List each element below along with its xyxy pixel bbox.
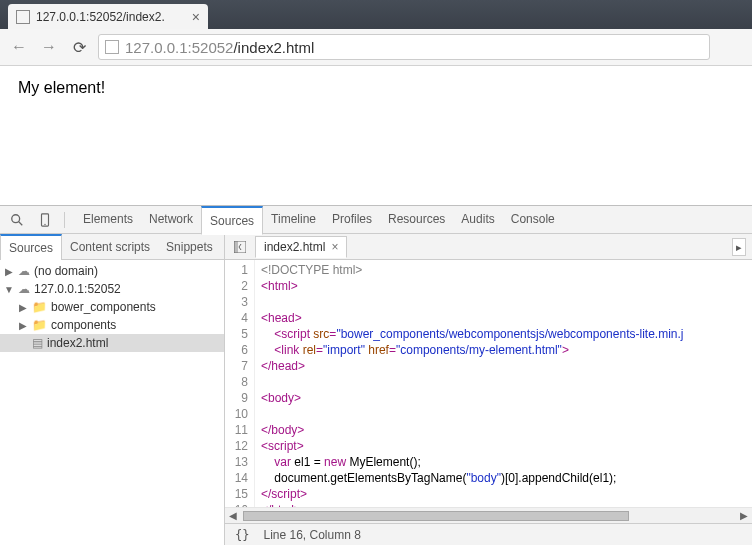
- cloud-icon: ☁: [18, 282, 30, 296]
- svg-point-3: [44, 223, 45, 224]
- sources-body: ▶☁(no domain)▼☁127.0.0.1:52052▶📁bower_co…: [0, 260, 752, 523]
- svg-point-0: [12, 214, 20, 222]
- page-content-text: My element!: [18, 79, 105, 96]
- devtools-tab-elements[interactable]: Elements: [75, 206, 141, 234]
- chevron-right-icon[interactable]: ▶: [18, 302, 28, 313]
- page-viewport: My element!: [0, 66, 752, 206]
- tree-node-label: 127.0.0.1:52052: [34, 282, 121, 296]
- tree-node-index2-html[interactable]: ▤index2.html: [0, 334, 224, 352]
- file-icon: ▤: [32, 336, 43, 350]
- tree-node-127-0-0-1-52052[interactable]: ▼☁127.0.0.1:52052: [0, 280, 224, 298]
- address-bar[interactable]: 127.0.0.1:52052/index2.html: [98, 34, 710, 60]
- cursor-position: Line 16, Column 8: [263, 528, 360, 542]
- search-icon[interactable]: [8, 211, 26, 229]
- toggle-navigator-icon[interactable]: [231, 238, 249, 256]
- device-mode-icon[interactable]: [36, 211, 54, 229]
- code-area[interactable]: 12345678910111213141516 <!DOCTYPE html><…: [225, 260, 752, 507]
- devtools-tab-profiles[interactable]: Profiles: [324, 206, 380, 234]
- editor-file-label: index2.html: [264, 240, 325, 254]
- line-gutter: 12345678910111213141516: [225, 260, 255, 507]
- tree-node-bower-components[interactable]: ▶📁bower_components: [0, 298, 224, 316]
- chevron-right-icon[interactable]: ▶: [18, 320, 28, 331]
- scroll-track[interactable]: [241, 509, 736, 523]
- browser-toolbar: ← → ⟳ 127.0.0.1:52052/index2.html: [0, 29, 752, 66]
- svg-rect-5: [234, 241, 238, 253]
- cloud-icon: ☁: [18, 264, 30, 278]
- browser-tabstrip: 127.0.0.1:52052/index2. ×: [0, 0, 752, 29]
- close-tab-icon[interactable]: ×: [192, 10, 200, 24]
- back-button[interactable]: ←: [8, 36, 30, 58]
- sources-subtab-sources[interactable]: Sources: [0, 234, 62, 261]
- url-path: /index2.html: [233, 39, 314, 56]
- editor-tabbar: index2.html × ▸: [225, 234, 752, 259]
- url-host: 127.0.0.1: [125, 39, 188, 56]
- url-text: 127.0.0.1:52052/index2.html: [125, 39, 314, 56]
- site-info-icon[interactable]: [105, 40, 119, 54]
- pretty-print-icon[interactable]: {}: [235, 528, 249, 542]
- sources-subtab-content-scripts[interactable]: Content scripts: [62, 235, 158, 259]
- editor-statusbar: {} Line 16, Column 8: [225, 523, 752, 545]
- devtools-tab-audits[interactable]: Audits: [453, 206, 502, 234]
- tree-node--no-domain-[interactable]: ▶☁(no domain): [0, 262, 224, 280]
- devtools-tab-resources[interactable]: Resources: [380, 206, 453, 234]
- close-file-icon[interactable]: ×: [331, 240, 338, 254]
- scroll-right-icon[interactable]: ▶: [736, 510, 752, 521]
- devtools-tab-network[interactable]: Network: [141, 206, 201, 234]
- devtools-tab-sources[interactable]: Sources: [201, 206, 263, 235]
- tree-node-label: components: [51, 318, 116, 332]
- navigator-tree[interactable]: ▶☁(no domain)▼☁127.0.0.1:52052▶📁bower_co…: [0, 260, 225, 523]
- browser-tab[interactable]: 127.0.0.1:52052/index2. ×: [8, 4, 208, 29]
- horizontal-scrollbar[interactable]: ◀ ▶: [225, 507, 752, 523]
- tree-node-label: (no domain): [34, 264, 98, 278]
- more-tabs-icon[interactable]: ▸: [732, 238, 746, 256]
- reload-button[interactable]: ⟳: [68, 36, 90, 58]
- sources-subtabs: SourcesContent scriptsSnippets: [0, 234, 225, 259]
- folder-icon: 📁: [32, 318, 47, 332]
- sources-subheader: SourcesContent scriptsSnippets index2.ht…: [0, 234, 752, 260]
- devtools-header: ElementsNetworkSourcesTimelineProfilesRe…: [0, 206, 752, 234]
- tab-title: 127.0.0.1:52052/index2.: [36, 10, 192, 24]
- editor-file-tab[interactable]: index2.html ×: [255, 236, 347, 258]
- tree-node-components[interactable]: ▶📁components: [0, 316, 224, 334]
- scroll-left-icon[interactable]: ◀: [225, 510, 241, 521]
- folder-icon: 📁: [32, 300, 47, 314]
- code-content[interactable]: <!DOCTYPE html><html> <head> <script src…: [255, 260, 752, 507]
- forward-button[interactable]: →: [38, 36, 60, 58]
- url-port: :52052: [188, 39, 234, 56]
- page-favicon-icon: [16, 10, 30, 24]
- tree-node-label: index2.html: [47, 336, 108, 350]
- devtools-tab-console[interactable]: Console: [503, 206, 563, 234]
- source-editor: 12345678910111213141516 <!DOCTYPE html><…: [225, 260, 752, 523]
- chevron-down-icon[interactable]: ▼: [4, 284, 14, 295]
- sources-subtab-snippets[interactable]: Snippets: [158, 235, 221, 259]
- svg-line-1: [19, 221, 23, 225]
- devtools-tab-timeline[interactable]: Timeline: [263, 206, 324, 234]
- tree-node-label: bower_components: [51, 300, 156, 314]
- scroll-thumb[interactable]: [243, 511, 629, 521]
- chevron-right-icon[interactable]: ▶: [4, 266, 14, 277]
